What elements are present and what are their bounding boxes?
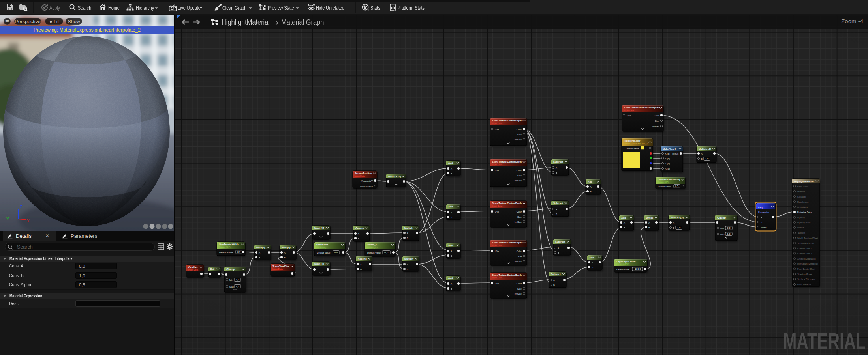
svg-text:Max: Max (229, 286, 234, 288)
svg-text:InvSize: InvSize (515, 221, 522, 223)
svg-text:1,0: 1,0 (677, 226, 681, 229)
svg-text:Opacity: Opacity (797, 216, 805, 219)
svg-text:A: A (590, 186, 592, 188)
svg-text:B: B (451, 288, 452, 290)
svg-text:X: X (27, 219, 30, 223)
svg-text:Size: Size (517, 216, 522, 218)
svg-text:Size: Size (517, 255, 522, 258)
svg-text:B: B (360, 268, 362, 271)
svg-text:SceneTexture:CustomDepth: SceneTexture:CustomDepth (492, 161, 522, 163)
svg-text:1,0: 1,0 (236, 278, 239, 281)
svg-text:-1,0: -1,0 (384, 251, 389, 254)
svg-text:B: B (451, 216, 452, 219)
svg-text:A: A (592, 262, 593, 264)
svg-text:Input Data: Input Data (492, 122, 503, 125)
svg-text:Default Value: Default Value (616, 268, 629, 271)
svg-text:0,0: 0,0 (334, 251, 338, 254)
svg-text:Parameter: Parameter (316, 243, 328, 246)
svg-text:Size: Size (517, 288, 522, 290)
svg-text:SceneTexture:CustomDepth: SceneTexture:CustomDepth (492, 241, 522, 244)
svg-text:Add: Add (448, 244, 453, 247)
svg-text:A: A (284, 252, 286, 254)
svg-text:A: A (558, 247, 559, 249)
svg-text:Emissive Color: Emissive Color (797, 211, 812, 213)
svg-text:B: B (761, 221, 762, 224)
svg-text:Ceil: Ceil (210, 267, 214, 270)
svg-text:Input Data: Input Data (492, 163, 503, 166)
svg-text:Ambient Occlusion: Ambient Occlusion (797, 258, 816, 260)
svg-text:A: A (407, 232, 408, 234)
svg-text:Input Data: Input Data (492, 205, 503, 207)
svg-text:Default Value: Default Value (658, 185, 671, 188)
svg-text:Surface Thickness: Surface Thickness (797, 278, 815, 280)
svg-text:Shading Model: Shading Model (797, 273, 812, 275)
svg-text:UVs: UVs (627, 114, 631, 117)
svg-text:Pixel Depth Offset: Pixel Depth Offset (797, 268, 815, 270)
svg-text:A: A (673, 222, 674, 224)
svg-text:Multiply: Multiply (282, 246, 291, 248)
svg-text:Param (-1): Param (-1) (367, 246, 378, 248)
svg-text:SceneTexelSize: SceneTexelSize (272, 265, 290, 267)
svg-text:ScreenPosition: ScreenPosition (355, 172, 372, 174)
svg-text:Custom Data 0: Custom Data 0 (797, 247, 812, 250)
svg-text:Color: Color (517, 282, 522, 285)
svg-text:B: B (556, 172, 557, 174)
svg-text:Lerp: Lerp (758, 206, 763, 209)
svg-text:Param (1,0.958,0.266,1): Param (1,0.958,0.266,1) (624, 142, 648, 145)
svg-text:B: B (673, 227, 674, 229)
svg-text:InvSize: InvSize (515, 260, 522, 263)
svg-text:Subtract(,1): Subtract(,1) (671, 216, 684, 219)
svg-text:Subtract: Subtract (551, 273, 561, 275)
svg-text:Alpha: Alpha (761, 226, 767, 229)
svg-text:Input Data: Input Data (492, 277, 503, 279)
svg-text:Anisotropy: Anisotropy (797, 206, 808, 208)
svg-text:Normal: Normal (797, 226, 804, 229)
svg-text:LineRenderWidth: LineRenderWidth (219, 243, 239, 245)
svg-text:A: A (648, 222, 650, 224)
svg-text:Add: Add (589, 256, 594, 259)
svg-text:B: B (556, 213, 557, 215)
svg-text:1,0: 1,0 (727, 233, 731, 235)
svg-text:A: A (624, 222, 625, 224)
svg-text:Subtract: Subtract (553, 160, 563, 163)
svg-text:Result: Result (672, 153, 678, 155)
svg-text:Param_1: Param_1 (367, 243, 377, 246)
svg-text:Add: Add (448, 161, 453, 164)
svg-text:B: B (284, 256, 286, 259)
svg-text:Color: Color (517, 128, 522, 131)
svg-text:Append: Append (358, 257, 367, 260)
svg-text:Param (0.7): Param (0.7) (219, 246, 231, 248)
svg-text:Param (0): Param (0) (316, 246, 326, 248)
svg-text:Z: Z (20, 205, 22, 209)
svg-text:Mask ( R ): Mask ( R ) (314, 227, 325, 229)
svg-text:EdgeAngleFalloff: EdgeAngleFalloff (616, 260, 636, 263)
svg-text:Multiply: Multiply (404, 257, 414, 260)
svg-text:Param (0,5): Param (0,5) (658, 181, 669, 183)
svg-text:Multiply(,1): Multiply(,1) (699, 148, 711, 150)
svg-text:SceneTexture:PostProcessInput0: SceneTexture:PostProcessInput0 (624, 106, 659, 109)
svg-text:Divide: Divide (646, 216, 654, 219)
svg-text:ViewSize: ViewSize (188, 266, 198, 268)
svg-text:Mask ( R G ): Mask ( R G ) (388, 175, 401, 178)
svg-text:InvSize: InvSize (515, 138, 522, 141)
svg-text:B: B (648, 226, 650, 229)
svg-text:A: A (556, 167, 557, 169)
svg-text:A: A (360, 263, 362, 266)
svg-text:Min: Min (229, 279, 233, 281)
svg-text:Custom Data 1: Custom Data 1 (797, 252, 812, 255)
svg-text:A: A (451, 283, 452, 285)
svg-text:UVs: UVs (495, 282, 499, 285)
svg-text:Refraction (Disabled): Refraction (Disabled) (797, 263, 818, 265)
svg-text:UVs: UVs (495, 211, 499, 213)
svg-text:A: A (407, 263, 408, 266)
svg-text:X (S): X (S) (665, 153, 670, 155)
svg-text:B: B (358, 237, 359, 240)
svg-text:B: B (553, 284, 555, 286)
svg-text:-100,0: -100,0 (634, 268, 641, 270)
svg-text:Roughness: Roughness (797, 201, 809, 203)
svg-text:B: B (259, 256, 260, 259)
svg-text:B: B (590, 191, 592, 193)
svg-text:Default Value: Default Value (626, 147, 639, 149)
svg-text:A: A (701, 153, 703, 155)
svg-text:A: A (451, 250, 452, 252)
